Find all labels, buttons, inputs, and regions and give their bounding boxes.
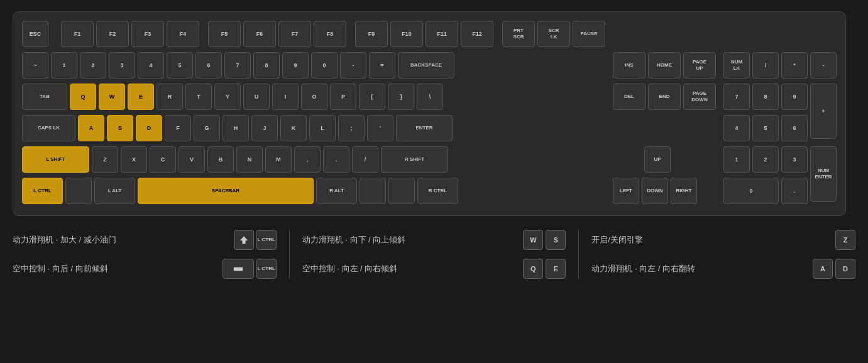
key-left[interactable]: LEFT bbox=[613, 178, 639, 204]
key-y[interactable]: Y bbox=[214, 84, 241, 110]
key-num2[interactable]: 2 bbox=[752, 146, 779, 173]
key-f3[interactable]: F3 bbox=[131, 21, 164, 47]
key-num1[interactable]: 1 bbox=[723, 146, 750, 173]
key-nummul[interactable]: * bbox=[781, 52, 808, 79]
key-7[interactable]: 7 bbox=[224, 52, 251, 79]
key-numenter[interactable]: NUMENTER bbox=[810, 146, 837, 202]
key-numlk[interactable]: NUMLK bbox=[723, 52, 750, 79]
key-pause[interactable]: PAUSE bbox=[573, 21, 605, 47]
key-num8[interactable]: 8 bbox=[752, 84, 779, 110]
key-up[interactable]: UP bbox=[644, 146, 671, 173]
key-num7[interactable]: 7 bbox=[723, 84, 750, 110]
key-f7[interactable]: F7 bbox=[278, 21, 311, 47]
key-9[interactable]: 9 bbox=[282, 52, 309, 79]
key-comma[interactable]: , bbox=[294, 146, 321, 173]
key-minus[interactable]: - bbox=[340, 52, 366, 79]
key-quote[interactable]: ' bbox=[367, 115, 393, 141]
key-menu[interactable] bbox=[360, 178, 386, 204]
key-v[interactable]: V bbox=[179, 146, 205, 173]
key-f9[interactable]: F9 bbox=[355, 21, 388, 47]
key-lctrl[interactable]: L CTRL bbox=[22, 178, 63, 204]
key-f6[interactable]: F6 bbox=[243, 21, 276, 47]
key-del[interactable]: DEL bbox=[613, 84, 646, 110]
key-pgdn[interactable]: PAGEDOWN bbox=[683, 84, 716, 110]
key-num4[interactable]: 4 bbox=[723, 115, 750, 141]
key-num0[interactable]: 0 bbox=[723, 178, 779, 204]
key-rbracket[interactable]: ] bbox=[388, 84, 414, 110]
key-6[interactable]: 6 bbox=[195, 52, 222, 79]
key-5[interactable]: 5 bbox=[167, 52, 193, 79]
key-fn[interactable] bbox=[388, 178, 415, 204]
key-l[interactable]: L bbox=[309, 115, 336, 141]
key-f5[interactable]: F5 bbox=[208, 21, 241, 47]
key-o[interactable]: O bbox=[301, 84, 327, 110]
key-ralt[interactable]: R ALT bbox=[316, 178, 357, 204]
key-scrlk[interactable]: SCRLK bbox=[537, 21, 570, 47]
key-pgup[interactable]: PAGEUP bbox=[683, 52, 716, 79]
key-semicolon[interactable]: ; bbox=[338, 115, 365, 141]
key-m[interactable]: M bbox=[265, 146, 292, 173]
key-f8[interactable]: F8 bbox=[314, 21, 346, 47]
key-g[interactable]: G bbox=[194, 115, 220, 141]
key-down[interactable]: DOWN bbox=[642, 178, 668, 204]
key-numsub[interactable]: - bbox=[810, 52, 837, 79]
key-tab[interactable]: TAB bbox=[22, 84, 67, 110]
key-p[interactable]: P bbox=[330, 84, 356, 110]
key-lshift[interactable]: L SHIFT bbox=[22, 146, 89, 173]
key-f11[interactable]: F11 bbox=[426, 21, 458, 47]
key-capslock[interactable]: CAPS LK bbox=[22, 115, 75, 141]
key-tilde[interactable]: ~ bbox=[22, 52, 48, 79]
key-n[interactable]: N bbox=[236, 146, 263, 173]
key-q[interactable]: Q bbox=[70, 84, 96, 110]
key-prtscr[interactable]: PRTSCR bbox=[502, 21, 535, 47]
key-backslash[interactable]: \ bbox=[417, 84, 443, 110]
key-spacebar[interactable]: SPACEBAR bbox=[138, 178, 314, 204]
key-1[interactable]: 1 bbox=[51, 52, 77, 79]
key-e[interactable]: E bbox=[128, 84, 154, 110]
key-f[interactable]: F bbox=[165, 115, 191, 141]
key-f12[interactable]: F12 bbox=[461, 21, 493, 47]
key-end[interactable]: END bbox=[648, 84, 681, 110]
key-i[interactable]: I bbox=[272, 84, 299, 110]
key-super[interactable] bbox=[65, 178, 92, 204]
key-2[interactable]: 2 bbox=[80, 52, 106, 79]
key-a[interactable]: A bbox=[78, 115, 104, 141]
key-f10[interactable]: F10 bbox=[390, 21, 423, 47]
key-t[interactable]: T bbox=[185, 84, 212, 110]
key-backspace[interactable]: BACKSPACE bbox=[398, 52, 454, 79]
key-numplus[interactable]: + bbox=[810, 84, 837, 139]
key-enter[interactable]: ENTER bbox=[396, 115, 453, 141]
key-8[interactable]: 8 bbox=[253, 52, 280, 79]
key-j[interactable]: J bbox=[251, 115, 278, 141]
key-period[interactable]: . bbox=[323, 146, 349, 173]
key-rshift[interactable]: R SHIFT bbox=[381, 146, 448, 173]
key-x[interactable]: X bbox=[121, 146, 147, 173]
key-lbracket[interactable]: [ bbox=[359, 84, 385, 110]
key-numdiv[interactable]: / bbox=[752, 52, 779, 79]
key-equals[interactable]: = bbox=[369, 52, 395, 79]
key-f2[interactable]: F2 bbox=[96, 21, 129, 47]
key-rctrl[interactable]: R CTRL bbox=[417, 178, 458, 204]
key-u[interactable]: U bbox=[243, 84, 270, 110]
key-num5[interactable]: 5 bbox=[752, 115, 779, 141]
key-ins[interactable]: INS bbox=[613, 52, 646, 79]
key-num6[interactable]: 6 bbox=[781, 115, 808, 141]
key-b[interactable]: B bbox=[207, 146, 234, 173]
key-num3[interactable]: 3 bbox=[781, 146, 808, 173]
key-home[interactable]: HOME bbox=[648, 52, 681, 79]
key-h[interactable]: H bbox=[222, 115, 249, 141]
key-f4[interactable]: F4 bbox=[167, 21, 199, 47]
key-z[interactable]: Z bbox=[92, 146, 118, 173]
key-r[interactable]: R bbox=[157, 84, 183, 110]
key-3[interactable]: 3 bbox=[109, 52, 135, 79]
key-4[interactable]: 4 bbox=[138, 52, 164, 79]
key-right[interactable]: RIGHT bbox=[671, 178, 697, 204]
key-c[interactable]: C bbox=[150, 146, 176, 173]
key-num9[interactable]: 9 bbox=[781, 84, 808, 110]
key-s[interactable]: S bbox=[107, 115, 133, 141]
key-esc[interactable]: ESC bbox=[22, 21, 48, 47]
key-lalt[interactable]: L ALT bbox=[94, 178, 135, 204]
key-slash[interactable]: / bbox=[352, 146, 378, 173]
key-d[interactable]: D bbox=[136, 115, 162, 141]
key-w[interactable]: W bbox=[99, 84, 125, 110]
